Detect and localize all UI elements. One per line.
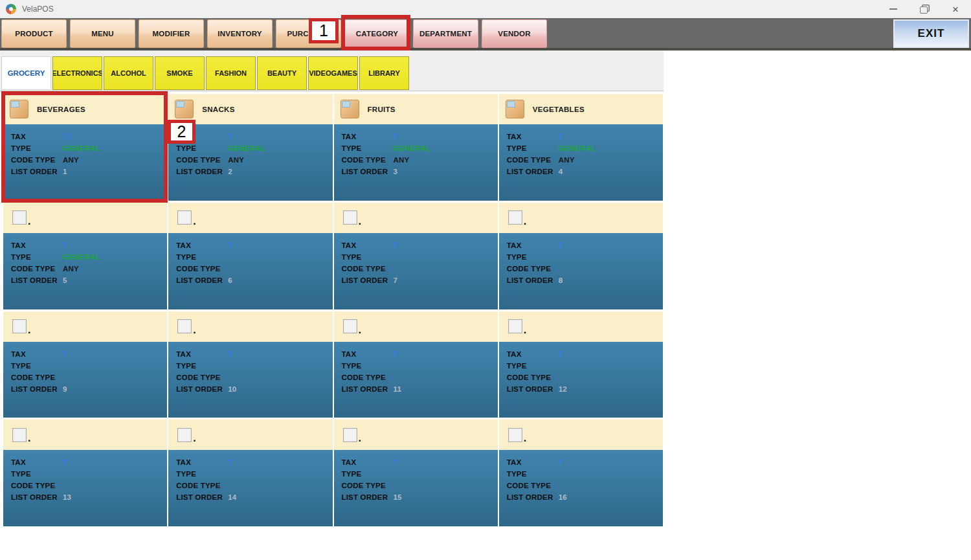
field-value-tax: T: [63, 241, 67, 253]
field-label-type: TYPE: [507, 470, 559, 482]
category-card-header[interactable]: FRUITS: [334, 94, 498, 124]
category-card-body[interactable]: TAXTTYPECODE TYPELIST ORDER6: [168, 233, 332, 309]
minimize-button[interactable]: [878, 0, 909, 18]
field-value-type: GENERAL: [63, 253, 100, 265]
exit-button[interactable]: EXIT: [893, 19, 969, 48]
category-card-header[interactable]: .: [499, 311, 663, 342]
tab-library[interactable]: LIBRARY: [359, 56, 409, 90]
category-card-body[interactable]: TAXTTYPECODE TYPELIST ORDER13: [3, 450, 167, 526]
category-card-empty[interactable]: .TAXTTYPECODE TYPELIST ORDER10: [168, 311, 332, 418]
category-card-grid: BEVERAGESTAXT1TYPEGENERALCODE TYPEANYLIS…: [3, 94, 663, 526]
category-card-body[interactable]: TAXTTYPEGENERALCODE TYPEANYLIST ORDER3: [334, 124, 498, 201]
tab-alcohol[interactable]: ALCOHOL: [104, 56, 153, 90]
category-card-body[interactable]: TAXTTYPECODE TYPELIST ORDER10: [168, 342, 332, 418]
title-bar: VelaPOS ×: [0, 0, 971, 18]
category-card-header[interactable]: .: [3, 203, 167, 233]
category-card-body[interactable]: TAXTTYPECODE TYPELIST ORDER7: [334, 233, 498, 309]
tab-videogames[interactable]: VIDEOGAMES: [308, 56, 358, 90]
tab-grocery[interactable]: GROCERY: [1, 56, 51, 90]
field-label-code_type: CODE TYPE: [507, 156, 559, 168]
category-card-body[interactable]: TAXTTYPECODE TYPELIST ORDER14: [168, 450, 332, 526]
field-row-type: TYPE: [176, 362, 332, 374]
category-card-body[interactable]: TAXT1TYPEGENERALCODE TYPEANYLIST ORDER1: [3, 124, 167, 201]
field-value-list_order: 6: [228, 276, 232, 288]
category-card-empty[interactable]: .TAXTTYPEGENERALCODE TYPEANYLIST ORDER5: [3, 203, 167, 309]
category-card-empty[interactable]: .TAXTTYPECODE TYPELIST ORDER9: [3, 311, 167, 418]
field-label-code_type: CODE TYPE: [507, 374, 559, 385]
category-card-empty[interactable]: .TAXTTYPECODE TYPELIST ORDER11: [334, 311, 498, 418]
field-row-type: TYPE: [176, 253, 332, 265]
category-card-body[interactable]: TAXTTYPEGENERALCODE TYPEANYLIST ORDER4: [499, 124, 663, 201]
field-value-code_type: ANY: [63, 156, 79, 168]
tab-smoke[interactable]: SMOKE: [155, 56, 205, 90]
maximize-button[interactable]: [909, 0, 940, 18]
field-row-type: TYPEGENERAL: [176, 144, 332, 156]
category-card-header[interactable]: .: [499, 420, 663, 450]
category-card-header[interactable]: VEGETABLES: [499, 94, 663, 124]
field-row-type: TYPE: [11, 470, 167, 482]
category-card-fruits[interactable]: FRUITSTAXTTYPEGENERALCODE TYPEANYLIST OR…: [334, 94, 498, 201]
category-card-body[interactable]: TAXTTYPECODE TYPELIST ORDER16: [499, 450, 663, 526]
category-card-body[interactable]: TAXTTYPECODE TYPELIST ORDER11: [334, 342, 498, 418]
category-card-body[interactable]: TAXTTYPECODE TYPELIST ORDER9: [3, 342, 167, 418]
category-card-header[interactable]: .: [499, 203, 663, 233]
field-label-tax: TAX: [507, 350, 559, 362]
field-value-tax: T: [228, 458, 232, 470]
category-card-vegetables[interactable]: VEGETABLESTAXTTYPEGENERALCODE TYPEANYLIS…: [499, 94, 663, 201]
window-title: VelaPOS: [22, 5, 54, 14]
category-card-body[interactable]: TAXTTYPECODE TYPELIST ORDER12: [499, 342, 663, 418]
category-card-empty[interactable]: .TAXTTYPECODE TYPELIST ORDER13: [3, 420, 167, 526]
category-card-empty[interactable]: .TAXTTYPECODE TYPELIST ORDER12: [499, 311, 663, 418]
toolbar-button-department[interactable]: DEPARTMENT: [413, 19, 478, 48]
toolbar-button-inventory[interactable]: INVENTORY: [207, 19, 273, 48]
category-card-empty[interactable]: .TAXTTYPECODE TYPELIST ORDER14: [168, 420, 332, 526]
category-card-header[interactable]: .: [168, 420, 332, 450]
field-label-type: TYPE: [342, 253, 394, 265]
category-card-header[interactable]: .: [3, 311, 167, 342]
field-label-code_type: CODE TYPE: [342, 156, 394, 168]
field-label-type: TYPE: [342, 362, 394, 374]
field-row-code_type: CODE TYPE: [507, 374, 663, 385]
category-card-snacks[interactable]: SNACKSTAXTTYPEGENERALCODE TYPEANYLIST OR…: [168, 94, 332, 201]
field-row-code_type: CODE TYPE: [176, 482, 332, 493]
category-card-empty[interactable]: .TAXTTYPECODE TYPELIST ORDER7: [334, 203, 498, 309]
category-card-header[interactable]: BEVERAGES: [3, 94, 167, 124]
category-card-header[interactable]: .: [334, 203, 498, 233]
tab-fashion[interactable]: FASHION: [206, 56, 256, 90]
field-label-tax: TAX: [342, 350, 394, 362]
field-label-tax: TAX: [176, 241, 228, 253]
tab-electronics[interactable]: ELECTRONICS: [52, 56, 102, 90]
category-card-header[interactable]: .: [334, 311, 498, 342]
toolbar-button-modifier[interactable]: MODIFIER: [139, 19, 204, 48]
category-card-empty[interactable]: .TAXTTYPECODE TYPELIST ORDER15: [334, 420, 498, 526]
field-value-list_order: 16: [559, 493, 567, 505]
category-card-empty[interactable]: .TAXTTYPECODE TYPELIST ORDER16: [499, 420, 663, 526]
category-card-header[interactable]: .: [168, 203, 332, 233]
toolbar-button-menu[interactable]: MENU: [70, 19, 135, 48]
category-card-header[interactable]: .: [168, 311, 332, 342]
field-label-list_order: LIST ORDER: [507, 493, 559, 505]
toolbar-button-vendor[interactable]: VENDOR: [482, 19, 547, 48]
field-value-tax: T: [63, 458, 67, 470]
category-card-body[interactable]: TAXTTYPECODE TYPELIST ORDER8: [499, 233, 663, 309]
toolbar-button-product[interactable]: PRODUCT: [1, 19, 67, 48]
category-card-body[interactable]: TAXTTYPEGENERALCODE TYPEANYLIST ORDER5: [3, 233, 167, 309]
category-card-beverages[interactable]: BEVERAGESTAXT1TYPEGENERALCODE TYPEANYLIS…: [3, 94, 167, 201]
field-row-list_order: LIST ORDER10: [176, 385, 332, 397]
tab-beauty[interactable]: BEAUTY: [257, 56, 307, 90]
field-value-code_type: ANY: [394, 156, 410, 168]
field-label-tax: TAX: [507, 241, 559, 253]
placeholder-dot: .: [28, 432, 30, 444]
checkbox-placeholder-icon: [177, 319, 192, 333]
close-button[interactable]: ×: [940, 0, 971, 18]
field-row-list_order: LIST ORDER11: [342, 385, 498, 397]
category-card-empty[interactable]: .TAXTTYPECODE TYPELIST ORDER8: [499, 203, 663, 309]
category-card-body[interactable]: TAXTTYPECODE TYPELIST ORDER15: [334, 450, 498, 526]
field-row-tax: TAXT: [507, 133, 663, 144]
field-value-list_order: 8: [559, 276, 563, 288]
toolbar-button-category[interactable]: CATEGORY: [344, 19, 410, 48]
category-card-header[interactable]: .: [334, 420, 498, 450]
field-row-list_order: LIST ORDER2: [176, 168, 332, 179]
category-card-header[interactable]: .: [3, 420, 167, 450]
category-card-empty[interactable]: .TAXTTYPECODE TYPELIST ORDER6: [168, 203, 332, 309]
